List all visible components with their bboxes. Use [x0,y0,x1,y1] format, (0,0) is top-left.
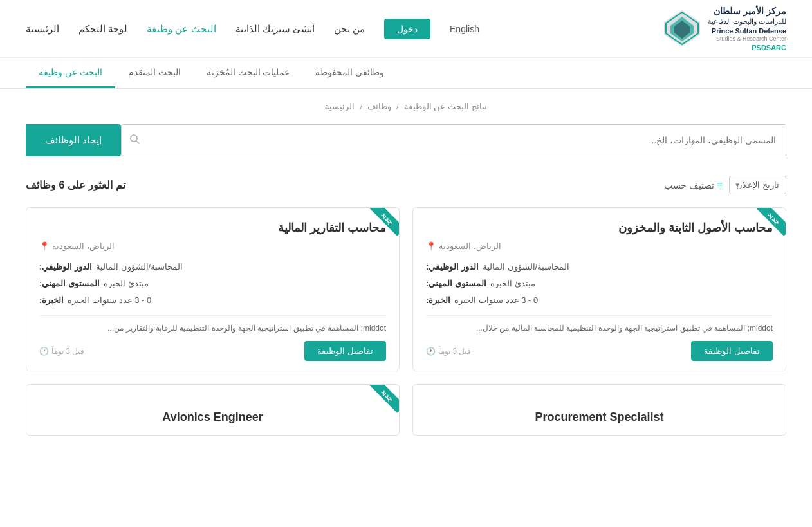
logo-english-sub: Studies & Research Center [708,35,786,43]
job-location-1: الرياض، السعودية 📍 [426,241,773,251]
sub-nav-saved-searches[interactable]: عمليات البحث المُخزنة [194,58,303,88]
logo-icon [663,9,701,48]
search-input[interactable] [147,135,786,145]
header-nav: English دخول من نحن أنشئ سيرتك الذاتية ا… [26,19,479,39]
location-icon-2: 📍 [39,241,50,251]
job-exp-value-2: 0 - 3 عدد سنوات الخبرة [68,292,151,309]
location-icon-1: 📍 [426,241,436,251]
job-title-2: محاسب التقارير المالية [39,221,386,235]
jobs-grid: جديد محاسب الأصول الثابتة والمخزون الريا… [0,207,812,455]
job-level-label-2: المستوى المهني: [39,275,100,292]
job-role-value-2: المحاسبة/الشؤون المالية [96,259,183,275]
nav-dashboard[interactable]: لوحة التحكم [78,23,127,35]
job-level-label-1: المستوى المهني: [426,275,486,292]
job-exp-label-1: الخبرة: [426,292,450,309]
sort-label: ≡ تصنيف حسب [664,180,723,191]
job-level-row-2: مبتدئ الخبرة المستوى المهني: [39,275,386,292]
breadcrumb-sep2: / [396,102,399,111]
sort-dropdown-wrapper: تاريخ الإعلان الأحدث الأقدم ▼ [729,176,786,194]
new-badge-corner-2: جديد [360,208,399,246]
find-jobs-button[interactable]: إيجاد الوظائف [26,124,121,156]
breadcrumb-jobs[interactable]: وظائف [367,102,391,111]
search-icon [122,134,147,147]
login-button[interactable]: دخول [384,19,430,39]
nav-about[interactable]: من نحن [334,23,365,35]
job-details-2: المحاسبة/الشؤون المالية الدور الوظيفي: م… [39,259,386,309]
header: مركز الأمير سلطان للدراسات والبحوث الدفا… [0,0,812,58]
results-count: تم العثور على 6 وظائف [26,179,125,191]
job-card-1: جديد محاسب الأصول الثابتة والمخزون الريا… [412,207,786,371]
logo: مركز الأمير سلطان للدراسات والبحوث الدفا… [663,5,786,52]
job-card-4: جديد Avionics Engineer [26,384,400,436]
job-footer-1: تفاصيل الوظيفة قبل 3 يوماً 🕐 [426,341,773,361]
job-title-4: Avionics Engineer [39,398,386,424]
breadcrumb-section: نتائج البحث عن الوظيفة / وظائف / الرئيسي… [0,89,812,118]
job-desc-1: middot; المساهمة في تطبيق استراتيجية الج… [426,315,773,335]
job-card-3: Procurement Specialist [412,384,786,436]
logo-english-name: Prince Sultan Defense [708,26,786,35]
search-bar [121,124,786,156]
job-time-2: قبل 3 يوماً 🕐 [39,347,84,356]
job-role-row-1: المحاسبة/الشؤون المالية الدور الوظيفي: [426,259,773,275]
nav-search-job[interactable]: البحث عن وظيفة [147,23,216,35]
language-switcher[interactable]: English [450,24,479,34]
new-badge-corner-1: جديد [747,208,786,246]
breadcrumb-home[interactable]: الرئيسية [325,102,355,111]
job-role-label-1: الدور الوظيفي: [426,259,479,275]
job-exp-value-1: 0 - 3 عدد سنوات الخبرة [454,292,538,309]
sort-dropdown[interactable]: تاريخ الإعلان الأحدث الأقدم [729,176,786,194]
job-title-1: محاسب الأصول الثابتة والمخزون [426,221,773,235]
sub-nav: وظائفي المحفوظة عمليات البحث المُخزنة ال… [0,58,812,89]
details-btn-1[interactable]: تفاصيل الوظيفة [691,341,773,361]
nav-home[interactable]: الرئيسية [26,23,59,35]
sort-lines-icon: ≡ [717,180,723,191]
job-level-value-1: مبتدئ الخبرة [490,275,535,292]
job-level-value-2: مبتدئ الخبرة [104,275,149,292]
job-exp-row-2: 0 - 3 عدد سنوات الخبرة الخبرة: [39,292,386,309]
job-exp-label-2: الخبرة: [39,292,64,309]
job-location-2: الرياض، السعودية 📍 [39,241,386,251]
job-role-value-1: المحاسبة/الشؤون المالية [483,259,569,275]
job-exp-row-1: 0 - 3 عدد سنوات الخبرة الخبرة: [426,292,773,309]
details-btn-2[interactable]: تفاصيل الوظيفة [304,341,386,361]
new-badge-2: جديد [370,208,399,236]
logo-text: مركز الأمير سلطان للدراسات والبحوث الدفا… [708,5,786,52]
sort-section: تاريخ الإعلان الأحدث الأقدم ▼ ≡ تصنيف حس… [664,176,786,194]
job-details-1: المحاسبة/الشؤون المالية الدور الوظيفي: م… [426,259,773,309]
job-desc-2: middot; المساهمة في تطبيق استراتيجية الج… [39,315,386,335]
sub-nav-saved-jobs[interactable]: وظائفي المحفوظة [302,58,397,88]
job-title-3: Procurement Specialist [426,398,773,424]
sub-nav-search[interactable]: البحث عن وظيفة [26,58,115,88]
breadcrumb-sep1: / [360,102,362,111]
logo-arabic-name: مركز الأمير سلطان [708,5,786,17]
new-badge-1: جديد [757,208,786,236]
clock-icon-1: 🕐 [426,347,436,356]
job-role-label-2: الدور الوظيفي: [39,259,92,275]
job-time-1: قبل 3 يوماً 🕐 [426,347,471,356]
new-badge-4: جديد [370,385,399,413]
logo-arabic-sub: للدراسات والبحوث الدفاعية [708,17,786,26]
breadcrumb: نتائج البحث عن الوظيفة / وظائف / الرئيسي… [26,102,786,111]
svg-line-5 [136,141,139,143]
job-footer-2: تفاصيل الوظيفة قبل 3 يوماً 🕐 [39,341,386,361]
new-badge-corner-4: جديد [360,385,399,423]
job-role-row-2: المحاسبة/الشؤون المالية الدور الوظيفي: [39,259,386,275]
search-section: إيجاد الوظائف [0,118,812,169]
logo-psd-badge: PSDSARC [708,43,786,52]
job-card-2: جديد محاسب التقارير المالية الرياض، السع… [26,207,400,371]
clock-icon-2: 🕐 [39,347,49,356]
breadcrumb-current: نتائج البحث عن الوظيفة [404,102,487,111]
nav-create-cv[interactable]: أنشئ سيرتك الذاتية [235,23,315,35]
sub-nav-advanced[interactable]: البحث المتقدم [115,58,194,88]
results-bar: تاريخ الإعلان الأحدث الأقدم ▼ ≡ تصنيف حس… [0,169,812,207]
job-level-row-1: مبتدئ الخبرة المستوى المهني: [426,275,773,292]
